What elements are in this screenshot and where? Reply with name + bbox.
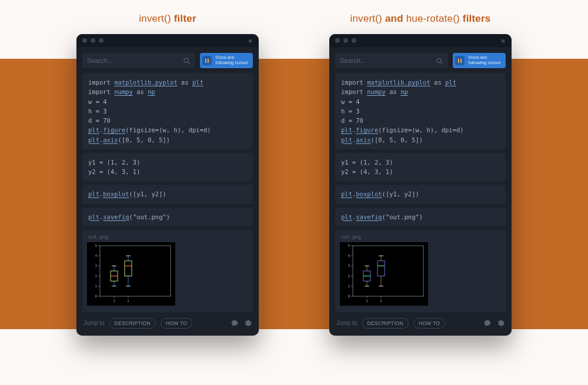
description-button[interactable]: DESCRIPTION <box>362 318 409 329</box>
svg-text:5: 5 <box>348 243 350 247</box>
output-filename: out.png <box>87 233 108 241</box>
jump-to-label: Jump to <box>83 320 105 326</box>
window-close-dot[interactable] <box>335 38 340 43</box>
howto-button[interactable]: HOW TO <box>161 318 192 329</box>
link-savefig[interactable]: savefig <box>103 213 129 220</box>
link-boxplot[interactable]: boxplot <box>356 190 382 197</box>
window-max-dot[interactable] <box>99 38 103 43</box>
link-figure[interactable]: figure <box>103 126 125 133</box>
gear-icon[interactable] <box>243 319 252 327</box>
svg-line-1 <box>188 62 190 63</box>
code-cell-2[interactable]: y1 = (1, 2, 3) y2 = (4, 3, 1) <box>335 153 506 182</box>
caption-right-mid: and <box>382 13 406 24</box>
link-boxplot[interactable]: boxplot <box>103 190 129 197</box>
search-box[interactable] <box>82 53 195 68</box>
caption-left: invert() filter <box>139 13 196 25</box>
code-cell-1[interactable]: import matplotlib.pyplot as plt import n… <box>82 73 253 149</box>
svg-text:4: 4 <box>95 253 97 257</box>
svg-rect-29 <box>125 261 132 276</box>
svg-text:3: 3 <box>348 263 350 267</box>
kite-logo-icon: ◆ <box>246 36 254 44</box>
svg-text:2: 2 <box>380 299 382 303</box>
svg-rect-60 <box>377 261 385 276</box>
description-button[interactable]: DESCRIPTION <box>109 318 156 329</box>
window-close-dot[interactable] <box>82 38 87 43</box>
link-figure[interactable]: figure <box>356 126 378 133</box>
titlebar: ◆ <box>76 34 259 47</box>
code-cell-1[interactable]: import matplotlib.pyplot as plt import n… <box>335 73 506 149</box>
svg-text:1: 1 <box>366 299 368 303</box>
link-matplotlib[interactable]: matplotlib.pyplot <box>114 79 177 86</box>
titlebar: ◆ <box>329 34 512 47</box>
code-cell-3[interactable]: plt.boxplot([y1, y2]) <box>82 185 253 203</box>
link-plt[interactable]: plt <box>192 79 203 86</box>
svg-line-32 <box>441 62 443 63</box>
search-input[interactable] <box>87 57 183 64</box>
output-panel: out.png 01234512 <box>335 230 506 312</box>
svg-text:5: 5 <box>95 243 97 247</box>
svg-text:1: 1 <box>95 284 97 288</box>
chat-icon[interactable] <box>230 319 239 327</box>
svg-text:3: 3 <box>95 263 97 267</box>
howto-button[interactable]: HOW TO <box>413 318 445 329</box>
caption-left-suffix: filter <box>171 13 196 24</box>
search-input[interactable] <box>340 57 436 64</box>
boxplot-output-right: 01234512 <box>340 242 428 306</box>
traffic-lights <box>335 38 356 43</box>
link-numpy[interactable]: numpy <box>367 88 386 95</box>
svg-text:1: 1 <box>348 284 350 288</box>
svg-text:2: 2 <box>127 299 129 303</box>
app-window-right: ◆ Docs are following cursor import matpl… <box>329 34 512 336</box>
boxplot-output-left: 01234512 <box>87 242 175 306</box>
search-box[interactable] <box>335 53 448 68</box>
footer: Jump to DESCRIPTION HOW TO <box>76 312 259 336</box>
toolbar: Docs are following cursor <box>76 47 259 73</box>
chat-icon[interactable] <box>483 319 492 327</box>
link-np[interactable]: np <box>400 88 408 95</box>
link-axis[interactable]: axis <box>103 136 118 143</box>
toolbar: Docs are following cursor <box>329 47 512 73</box>
docs-follow-label: Docs are following cursor <box>468 55 501 66</box>
svg-text:0: 0 <box>95 294 97 298</box>
column-left: invert() filter ◆ Docs are <box>74 13 262 336</box>
svg-text:2: 2 <box>95 274 97 278</box>
link-axis[interactable]: axis <box>356 136 370 143</box>
columns-container: invert() filter ◆ Docs are <box>0 0 588 336</box>
code-cell-3[interactable]: plt.boxplot([y1, y2]) <box>335 185 506 203</box>
link-matplotlib[interactable]: matplotlib.pyplot <box>367 79 430 86</box>
link-savefig[interactable]: savefig <box>356 213 382 220</box>
svg-text:2: 2 <box>348 274 350 278</box>
traffic-lights <box>82 38 103 43</box>
gear-icon[interactable] <box>496 319 505 327</box>
search-icon <box>436 57 443 65</box>
code-cell-4[interactable]: plt.savefig("out.png") <box>335 207 506 226</box>
caption-right: invert() and hue-rotate() filters <box>350 13 490 25</box>
kite-logo-icon: ◆ <box>499 36 507 44</box>
jump-to-label: Jump to <box>336 320 358 326</box>
output-filename: out.png <box>340 233 361 241</box>
link-np[interactable]: np <box>148 88 155 95</box>
docs-follow-button[interactable]: Docs are following cursor <box>453 53 506 68</box>
footer: Jump to DESCRIPTION HOW TO <box>329 312 512 336</box>
window-min-dot[interactable] <box>91 38 95 43</box>
window-min-dot[interactable] <box>343 38 348 43</box>
caption-right-fn2: hue-rotate() <box>406 13 460 24</box>
svg-point-31 <box>437 58 441 62</box>
code-cell-2[interactable]: y1 = (1, 2, 3) y2 = (4, 3, 1) <box>82 153 253 182</box>
link-plt[interactable]: plt <box>445 79 456 86</box>
docs-follow-label: Docs are following cursor <box>215 55 248 66</box>
svg-text:1: 1 <box>113 299 115 303</box>
pause-icon <box>455 56 465 65</box>
window-max-dot[interactable] <box>352 38 356 43</box>
column-right: invert() and hue-rotate() filters ◆ <box>326 13 514 336</box>
code-cell-4[interactable]: plt.savefig("out.png") <box>82 207 253 226</box>
caption-left-fn: invert() <box>139 13 171 24</box>
output-panel: out.png 01234512 <box>82 230 253 312</box>
svg-point-0 <box>184 58 188 62</box>
svg-text:0: 0 <box>348 294 350 298</box>
caption-right-suffix: filters <box>460 13 491 24</box>
pause-icon <box>202 56 212 65</box>
link-numpy[interactable]: numpy <box>114 88 133 95</box>
docs-follow-button[interactable]: Docs are following cursor <box>200 53 253 68</box>
caption-right-fn1: invert() <box>350 13 382 24</box>
